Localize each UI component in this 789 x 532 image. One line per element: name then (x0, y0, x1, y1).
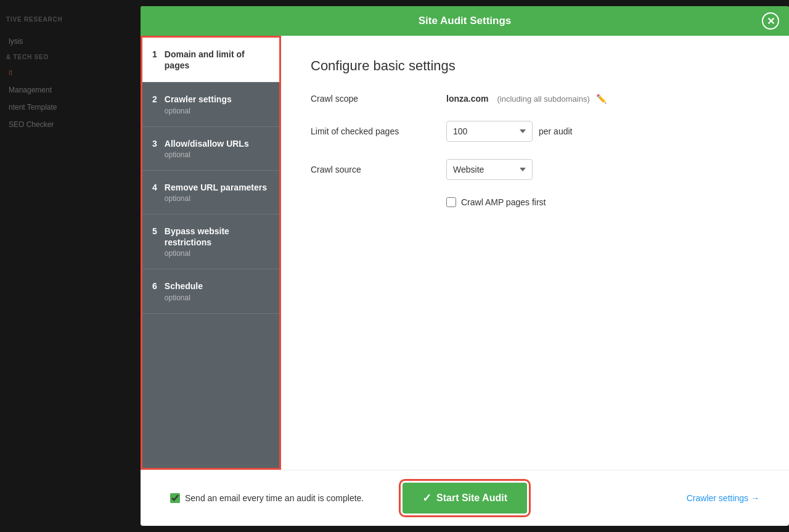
step-optional-3: optional (165, 150, 249, 159)
site-audit-modal: Site Audit Settings ✕ 1 Domain and limit… (141, 6, 789, 526)
limit-pages-row: Limit of checked pages 100 250 500 1000 … (311, 121, 759, 142)
step-optional-4: optional (165, 194, 267, 203)
crawl-amp-label: Crawl AMP pages first (461, 197, 546, 207)
checkmark-icon: ✓ (422, 491, 431, 505)
step-label-2: Crawler settings (165, 94, 232, 105)
step-optional-2: optional (165, 107, 232, 115)
step-label-4: Remove URL parameters (165, 182, 267, 193)
step-item-4[interactable]: 4 Remove URL parameters optional (142, 171, 279, 215)
step-label-1: Domain and limit of pages (165, 49, 269, 71)
email-notify-label: Send an email every time an audit is com… (185, 493, 364, 503)
step-label-6: Schedule (165, 280, 203, 292)
edit-domain-icon[interactable]: ✏️ (596, 94, 607, 104)
limit-pages-value: 100 250 500 1000 2500 5000 per audit (446, 121, 572, 142)
step-text-5: Bypass website restrictions optional (165, 226, 269, 258)
domain-subdomain-text: (including all subdomains) (497, 94, 589, 104)
per-audit-text: per audit (539, 126, 572, 136)
content-area: Configure basic settings Crawl scope lon… (281, 36, 789, 470)
crawl-scope-label: Crawl scope (311, 94, 446, 104)
crawl-source-row: Crawl source Website Sitemap Both (311, 159, 759, 180)
modal-footer: Send an email every time an audit is com… (141, 470, 789, 526)
limit-pages-select[interactable]: 100 250 500 1000 2500 5000 (446, 121, 533, 142)
step-number-5: 5 (152, 226, 157, 236)
step-number-3: 3 (152, 139, 157, 149)
crawl-amp-row: Crawl AMP pages first (446, 197, 759, 207)
start-audit-button[interactable]: ✓ Start Site Audit (403, 483, 527, 514)
step-number-2: 2 (152, 94, 157, 104)
step-optional-6: optional (165, 293, 203, 302)
step-label-3: Allow/disallow URLs (165, 138, 249, 149)
step-text-2: Crawler settings optional (165, 94, 232, 115)
modal-body: 1 Domain and limit of pages 2 Crawler se… (141, 36, 789, 470)
crawl-scope-row: Crawl scope lonza.com (including all sub… (311, 94, 759, 104)
crawl-amp-checkbox[interactable] (446, 197, 456, 207)
crawl-source-select[interactable]: Website Sitemap Both (446, 159, 533, 180)
steps-sidebar: 1 Domain and limit of pages 2 Crawler se… (141, 36, 281, 470)
step-item-3[interactable]: 3 Allow/disallow URLs optional (142, 127, 279, 171)
modal-close-button[interactable]: ✕ (762, 12, 779, 30)
step-text-3: Allow/disallow URLs optional (165, 138, 249, 159)
crawler-settings-link[interactable]: Crawler settings → (687, 493, 759, 503)
step-optional-5: optional (165, 249, 269, 258)
crawl-scope-value: lonza.com (including all subdomains) ✏️ (446, 94, 607, 104)
step-item-1[interactable]: 1 Domain and limit of pages (142, 38, 279, 83)
limit-pages-label: Limit of checked pages (311, 126, 446, 136)
step-item-2[interactable]: 2 Crawler settings optional (142, 83, 279, 126)
step-label-5: Bypass website restrictions (165, 226, 269, 248)
email-notification-row: Send an email every time an audit is com… (170, 493, 364, 503)
step-text-1: Domain and limit of pages (165, 49, 269, 71)
content-title: Configure basic settings (311, 58, 759, 74)
step-item-6[interactable]: 6 Schedule optional (142, 269, 279, 313)
step-number-6: 6 (152, 281, 157, 291)
crawl-source-label: Crawl source (311, 165, 446, 174)
crawl-source-value: Website Sitemap Both (446, 159, 533, 180)
modal-header: Site Audit Settings ✕ (141, 6, 789, 36)
step-number-1: 1 (152, 49, 157, 59)
modal-title: Site Audit Settings (419, 15, 512, 27)
step-text-4: Remove URL parameters optional (165, 182, 267, 203)
domain-name: lonza.com (446, 94, 488, 104)
step-text-6: Schedule optional (165, 280, 203, 301)
step-item-5[interactable]: 5 Bypass website restrictions optional (142, 215, 279, 269)
email-notify-checkbox[interactable] (170, 493, 180, 503)
start-audit-label: Start Site Audit (436, 493, 507, 504)
step-number-4: 4 (152, 182, 157, 192)
